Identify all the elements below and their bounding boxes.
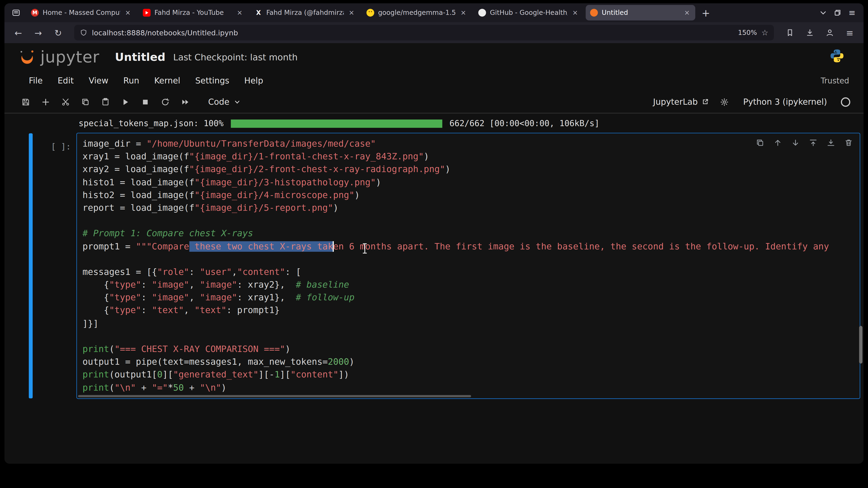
downloads-icon[interactable]: [802, 24, 818, 41]
kernel-settings-icon[interactable]: [720, 97, 729, 106]
browser-tab[interactable]: GitHub - Google-Health/×: [474, 5, 584, 21]
delete-cell-icon[interactable]: [844, 138, 853, 147]
code-token: print: [83, 344, 109, 354]
menu-help[interactable]: Help: [244, 76, 263, 86]
code-line: print("\n" + "="*50 + "\n"): [83, 381, 860, 394]
insert-cell-button[interactable]: [41, 97, 51, 106]
tab-close-button[interactable]: ×: [236, 9, 244, 17]
insert-cell-below-icon[interactable]: [826, 138, 835, 147]
code-token: "generated_text": [173, 369, 258, 380]
code-token: {: [83, 280, 109, 290]
restart-kernel-button[interactable]: [161, 97, 170, 106]
tab-overflow-menu-icon[interactable]: ≡: [845, 5, 859, 20]
library-icon[interactable]: [782, 24, 798, 41]
code-line: histo2 = load_image(f"{image_dir}/4-micr…: [83, 189, 860, 201]
jupyter-logo[interactable]: jupyter: [18, 47, 99, 66]
insert-cell-above-icon[interactable]: [808, 138, 818, 147]
list-tabs-chevron-icon[interactable]: [816, 5, 830, 20]
menu-settings[interactable]: Settings: [195, 76, 229, 86]
code-token: "type": [109, 292, 141, 303]
browser-tab[interactable]: Untitled×: [586, 5, 695, 21]
code-cell[interactable]: [ ]: image_dir = "/home/Ubuntu/TransferD…: [29, 133, 860, 399]
duplicate-cell-icon[interactable]: [755, 138, 765, 147]
jupyter-favicon: [590, 9, 598, 17]
forward-button[interactable]: →: [30, 24, 46, 41]
massed-favicon: [31, 9, 39, 17]
code-token: # baseline: [296, 280, 349, 290]
browser-tab[interactable]: Fahd Mirza (@fahdmirza×: [250, 5, 360, 21]
url-text[interactable]: localhost:8888/notebooks/Untitled.ipynb: [92, 29, 734, 37]
tab-close-button[interactable]: ×: [683, 9, 691, 17]
code-token: {: [83, 305, 109, 316]
code-token: "content": [237, 267, 285, 277]
code-line: image_dir = "/home/Ubuntu/TransferData/i…: [83, 137, 860, 150]
horizontal-scrollbar[interactable]: [78, 395, 471, 397]
menu-bar-items: FileEditViewRunKernelSettingsHelp: [29, 76, 263, 86]
code-token: 1: [275, 369, 280, 380]
paste-cells-button[interactable]: [101, 97, 110, 106]
code-token: en 6 months apart. The first image is th…: [333, 241, 829, 252]
vertical-scrollbar[interactable]: [859, 326, 862, 363]
menu-file[interactable]: File: [29, 76, 43, 86]
move-cell-down-icon[interactable]: [790, 138, 800, 147]
tab-close-button[interactable]: ×: [571, 9, 579, 17]
open-jupyterlab-link[interactable]: JupyterLab: [653, 97, 710, 107]
browser-tab[interactable]: Fahd Mirza - YouTube×: [138, 5, 248, 21]
reload-button[interactable]: ↻: [50, 24, 66, 41]
code-token: ]): [338, 369, 349, 380]
browser-tab[interactable]: google/medgemma-1.5-×: [362, 5, 472, 21]
zoom-level[interactable]: 150%: [738, 29, 757, 36]
code-token: report = load_image(f: [83, 202, 195, 213]
tab-close-button[interactable]: ×: [348, 9, 355, 17]
menu-kernel[interactable]: Kernel: [154, 76, 181, 86]
code-token: prompt1 =: [83, 241, 136, 252]
code-token: : xray2},: [237, 280, 296, 290]
app-menu-icon[interactable]: ≡: [841, 24, 858, 41]
tab-title: Fahd Mirza - YouTube: [154, 9, 232, 17]
menu-edit[interactable]: Edit: [58, 76, 73, 86]
cell-type-dropdown[interactable]: Code: [208, 97, 240, 107]
copy-cells-button[interactable]: [81, 97, 90, 106]
code-token: ]}]: [83, 318, 99, 329]
browser-window: Home - Massed Compute×Fahd Mirza - YouTu…: [4, 3, 864, 464]
window-restore-icon[interactable]: [830, 5, 845, 20]
code-token: "role": [157, 267, 189, 277]
tab-close-button[interactable]: ×: [460, 9, 467, 17]
browser-tab[interactable]: Home - Massed Compute×: [27, 5, 136, 21]
notebook-title[interactable]: Untitled: [115, 51, 165, 64]
bookmark-star-icon[interactable]: ☆: [762, 28, 768, 37]
restart-run-all-button[interactable]: [181, 97, 190, 106]
trusted-badge: Trusted: [821, 76, 849, 85]
interrupt-kernel-button[interactable]: [141, 97, 150, 106]
cell-editor[interactable]: image_dir = "/home/Ubuntu/TransferData/i…: [76, 133, 860, 399]
code-token: print: [83, 382, 109, 393]
cut-cells-button[interactable]: [61, 97, 70, 106]
cell-selection-bar[interactable]: [29, 133, 33, 398]
code-token: : [: [285, 267, 301, 277]
url-bar[interactable]: localhost:8888/notebooks/Untitled.ipynb …: [74, 25, 774, 40]
kernel-name[interactable]: Python 3 (ipykernel): [743, 97, 827, 107]
account-icon[interactable]: [822, 24, 838, 41]
menu-run[interactable]: Run: [123, 76, 140, 86]
menu-view[interactable]: View: [89, 76, 108, 86]
notebook-toolbar: Code JupyterLab Python 3 (ipykernel): [4, 91, 864, 113]
save-button[interactable]: [21, 97, 30, 106]
code-token: ][-: [258, 369, 275, 380]
new-tab-button[interactable]: +: [699, 5, 713, 20]
code-line: {"type": "text", "text": prompt1}: [83, 304, 860, 317]
tab-strip: Home - Massed Compute×Fahd Mirza - YouTu…: [27, 5, 695, 21]
code-token: :: [141, 280, 152, 290]
back-button[interactable]: ←: [10, 24, 26, 41]
code-token: ,: [189, 292, 200, 303]
firefox-view-icon[interactable]: [9, 5, 23, 20]
move-cell-up-icon[interactable]: [773, 138, 782, 147]
code-area[interactable]: image_dir = "/home/Ubuntu/TransferData/i…: [77, 137, 860, 394]
code-token: "image": [200, 280, 237, 290]
code-line: # Prompt 1: Compare chest X-rays: [83, 227, 860, 240]
run-cell-button[interactable]: [121, 97, 130, 106]
code-token: "\n": [200, 382, 221, 393]
code-token: output1 = pipe(text=messages1, max_new_t…: [83, 356, 328, 367]
code-token: "text": [152, 305, 184, 316]
tab-close-button[interactable]: ×: [124, 9, 132, 17]
code-token: : prompt1}: [226, 305, 280, 316]
